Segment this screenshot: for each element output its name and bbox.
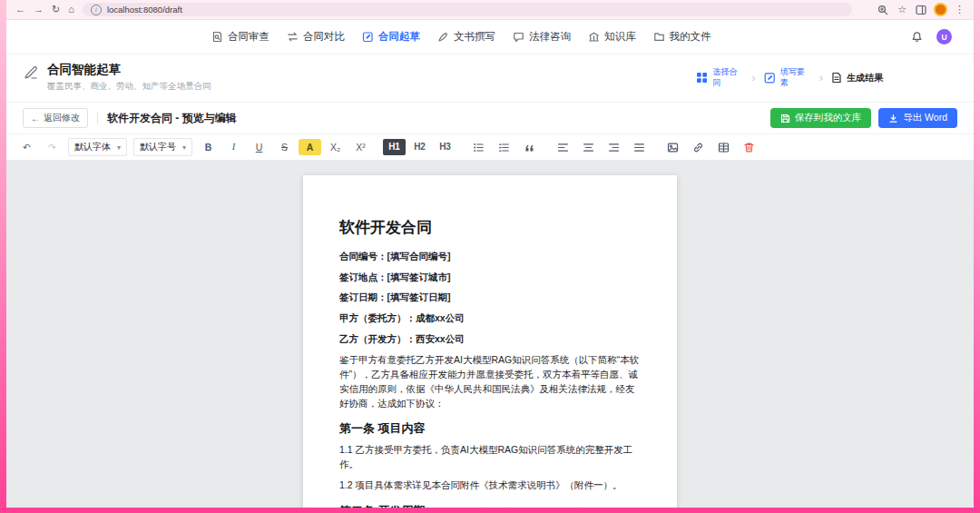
subscript-button[interactable]: X₂ [324,139,347,155]
browser-toolbar: ← → ↻ ⌂ i localhost:8080/draft ☆ ⋮ [6,0,974,20]
page-title: 合同智能起草 [47,63,211,77]
pen-icon [437,31,449,43]
heading1-button[interactable]: H1 [383,139,406,155]
download-icon [888,113,898,123]
link-icon[interactable] [687,139,710,155]
nav-tab-contract-review[interactable]: 合同审查 [211,30,270,44]
align-right-icon[interactable] [603,139,625,155]
vertical-divider [97,112,98,124]
page-subtitle: 覆盖民事、商业、劳动、知产等全场景合同 [47,81,211,93]
export-word-button[interactable]: 导出 Word [878,108,957,128]
nav-tab-label: 知识库 [604,30,636,44]
browser-menu-kebab-icon[interactable]: ⋮ [955,5,965,15]
step-fill-elements[interactable]: 填写要素 [764,67,811,88]
page-header: 合同智能起草 覆盖民事、商业、劳动、知产等全场景合同 选择合同 › 填写要素 [6,54,974,102]
back-to-edit-button[interactable]: ← 返回修改 [23,108,88,128]
document-page[interactable]: 软件开发合同 合同编号：[填写合同编号] 签订地点：[填写签订城市] 签订日期：… [303,175,677,508]
compose-icon [23,64,39,81]
undo-icon[interactable]: ↶ [15,139,38,155]
zoom-icon[interactable] [877,5,888,15]
caret-down-icon: ▾ [117,143,121,152]
nav-tab-contract-compare[interactable]: 合同对比 [287,30,345,44]
font-family-select[interactable]: 默认字体 ▾ [68,138,127,156]
step-select-contract[interactable]: 选择合同 [696,67,743,88]
caret-down-icon: ▾ [182,143,186,152]
notification-bell-icon[interactable] [911,31,923,43]
align-left-icon[interactable] [552,139,574,155]
side-panel-icon[interactable] [916,5,926,15]
align-justify-icon[interactable] [628,139,651,155]
nav-tabs: 合同审查 合同对比 合同起草 [211,30,711,44]
font-size-select[interactable]: 默认字号 ▾ [133,138,192,156]
table-icon[interactable] [712,139,735,155]
highlight-button[interactable]: A [299,139,321,155]
browser-forward-icon[interactable]: → [34,5,44,15]
nav-tab-contract-draft[interactable]: 合同起草 [362,30,420,44]
bullet-list-icon[interactable] [467,139,490,155]
save-button-label: 保存到我的文库 [795,112,862,124]
stepper: 选择合同 › 填写要素 › 生成结果 [696,67,883,88]
image-icon[interactable] [662,139,684,155]
nav-tab-document-writing[interactable]: 文书撰写 [437,30,495,44]
ordered-list-icon[interactable] [493,139,515,155]
nav-tab-label: 合同审查 [228,30,270,44]
nav-tab-legal-consult[interactable]: 法律咨询 [513,30,571,44]
pencil-square-icon [764,72,776,84]
app-navbar: 合同审查 合同对比 合同起草 [6,20,974,54]
bold-button[interactable]: B [197,139,220,155]
doc-title: 软件开发合同 [339,217,641,238]
document-title-label: 软件开发合同 - 预览与编辑 [107,111,237,126]
align-center-icon[interactable] [577,139,600,155]
folder-icon [653,31,665,43]
browser-reload-icon[interactable]: ↻ [52,5,60,15]
heading3-button[interactable]: H3 [434,139,456,155]
back-arrow-icon: ← [31,113,40,123]
save-to-library-button[interactable]: 保存到我的文库 [770,108,872,128]
document-actions: 保存到我的文库 导出 Word [770,108,957,128]
chat-bubble-icon [513,31,524,43]
italic-button[interactable]: I [222,139,245,155]
doc-paragraph: 1.2 项目具体需求详见本合同附件《技术需求说明书》（附件一）。 [339,478,641,493]
doc-preamble: 鉴于甲方有意委托乙方开发AI大模型RAG知识问答系统（以下简称“本软件”），乙方… [339,353,641,410]
nav-tab-label: 合同对比 [303,30,345,44]
nav-tab-knowledge-base[interactable]: 知识库 [588,30,636,44]
nav-tab-my-files[interactable]: 我的文件 [653,30,711,44]
url-text: localhost:8080/draft [107,5,182,15]
address-bar[interactable]: i localhost:8080/draft [83,3,852,16]
site-info-icon[interactable]: i [91,5,102,15]
quote-icon[interactable] [518,139,541,155]
underline-button[interactable]: U [248,139,270,155]
doc-section-heading: 第二条 开发周期 [339,503,641,508]
compare-arrows-icon [287,31,299,43]
step-generate-result[interactable]: 生成结果 [831,72,883,84]
font-family-value: 默认字体 [74,141,111,153]
document-subheader: ← 返回修改 软件开发合同 - 预览与编辑 保存到我的文库 导出 Word [6,102,974,134]
chevron-right-icon: › [751,72,755,84]
user-avatar[interactable]: U [936,29,952,44]
redo-icon[interactable]: ↷ [41,139,64,155]
chevron-right-icon: › [819,72,823,84]
doc-meta-line: 乙方（开发方）：西安xx公司 [339,333,641,345]
superscript-button[interactable]: X² [349,139,372,155]
browser-window: ← → ↻ ⌂ i localhost:8080/draft ☆ ⋮ [6,0,974,508]
nav-tab-label: 合同起草 [378,30,420,44]
doc-meta-line: 签订地点：[填写签订城市] [339,271,641,283]
doc-section-heading: 第一条 项目内容 [339,420,641,437]
heading2-button[interactable]: H2 [408,139,431,155]
browser-back-icon[interactable]: ← [15,5,25,15]
doc-meta-line: 签订日期：[填写签订日期] [339,291,641,303]
doc-search-icon [211,31,223,43]
browser-home-icon[interactable]: ⌂ [68,5,74,15]
strikethrough-button[interactable]: S [273,139,296,155]
editor-toolbar: ↶ ↷ 默认字体 ▾ 默认字号 ▾ B I U S A X₂ X² H1 H2 … [6,134,974,161]
doc-paragraph: 1.1 乙方接受甲方委托，负责AI大模型RAG知识问答系统的完整开发工作。 [339,443,641,472]
step-label: 选择合同 [712,67,743,88]
page-header-texts: 合同智能起草 覆盖民事、商业、劳动、知产等全场景合同 [47,63,211,93]
browser-profile-avatar[interactable] [936,5,946,15]
delete-trash-icon[interactable] [738,139,760,155]
export-button-label: 导出 Word [903,112,947,124]
nav-tab-label: 文书撰写 [454,30,495,44]
bookmark-star-icon[interactable]: ☆ [897,5,906,15]
page-header-left: 合同智能起草 覆盖民事、商业、劳动、知产等全场景合同 [23,63,211,93]
desktop: ← → ↻ ⌂ i localhost:8080/draft ☆ ⋮ [0,0,980,513]
